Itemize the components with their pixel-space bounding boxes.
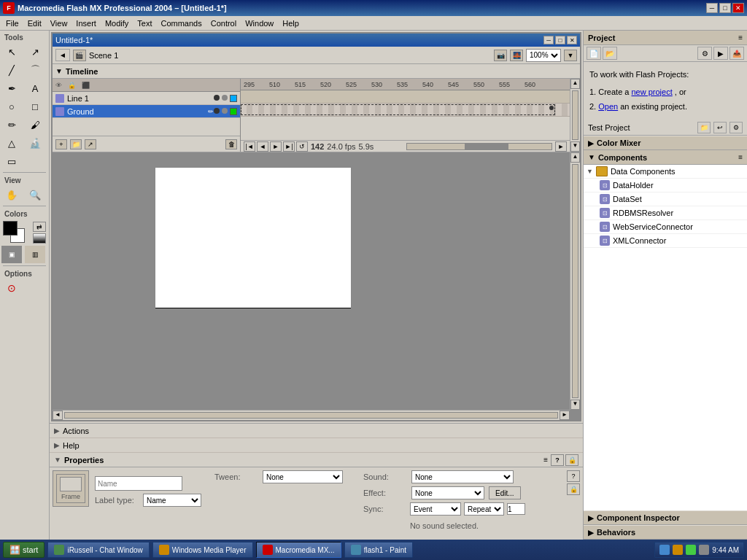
canvas-vscroll-down[interactable]: ▼ <box>570 400 580 410</box>
maximize-button[interactable]: □ <box>719 3 731 13</box>
open-project-link[interactable]: Open <box>598 102 618 111</box>
add-folder-btn[interactable]: 📁 <box>70 139 82 149</box>
canvas-vscroll-up[interactable]: ▲ <box>570 152 580 163</box>
taskbar-item-3[interactable]: flash1 - Paint <box>344 542 413 558</box>
add-layer-btn[interactable]: + <box>55 139 67 149</box>
arrow-tool[interactable]: ↖ <box>1 43 22 61</box>
prop-lock-btn[interactable]: 🔒 <box>565 454 578 466</box>
timeline-vscroll[interactable]: ▲ ▼ <box>570 79 580 152</box>
step-back-btn[interactable]: ◄ <box>257 141 268 152</box>
comp-rdbms[interactable]: ⊡ RDBMSResolver <box>584 206 747 220</box>
doc-minimize-btn[interactable]: ─ <box>543 36 554 44</box>
back-button[interactable]: ◄ <box>55 49 70 61</box>
line-tool[interactable]: ╱ <box>1 61 22 79</box>
pencil-tool[interactable]: ✏ <box>1 116 22 133</box>
repeat-count-input[interactable] <box>507 503 525 515</box>
test-proj-icon1[interactable]: 📁 <box>697 122 711 133</box>
zoom-select[interactable]: 100% 50% 25% 200% <box>526 49 561 62</box>
stroke-color-btn[interactable]: ▣ <box>1 246 22 263</box>
layer-ground-lock[interactable] <box>222 108 228 114</box>
comp-dataholder[interactable]: ⊡ DataHolder <box>584 179 747 192</box>
comp-webservice[interactable]: ⊡ WebServiceConnector <box>584 220 747 234</box>
edit-button[interactable]: Edit... <box>489 486 521 499</box>
canvas-hscroll-left[interactable]: ◄ <box>53 411 63 420</box>
doc-maximize-btn[interactable]: □ <box>555 36 565 44</box>
zoom-dropdown-btn[interactable]: ▼ <box>564 50 577 61</box>
play-btn[interactable]: ► <box>270 141 282 152</box>
eraser-tool[interactable]: ▭ <box>1 152 22 170</box>
timeline-header[interactable]: ▼ Timeline <box>53 64 580 79</box>
prop-info-btn[interactable]: ? <box>551 454 564 466</box>
menu-help[interactable]: Help <box>278 18 303 29</box>
color-mixer-header[interactable]: ▶ Color Mixer <box>584 136 747 150</box>
proj-settings-btn[interactable]: ⚙ <box>697 47 712 60</box>
pen-tool[interactable]: ✒ <box>1 79 22 97</box>
magnet-tool[interactable]: ⊙ <box>1 279 22 297</box>
loop-btn[interactable]: ↺ <box>296 141 308 152</box>
lasso-tool[interactable]: ⌒ <box>25 61 45 79</box>
menu-file[interactable]: File <box>1 18 23 29</box>
menu-text[interactable]: Text <box>133 18 156 29</box>
proj-test-btn[interactable]: ▶ <box>713 47 728 60</box>
taskbar-item-0[interactable]: iRussell - Chat Window <box>47 542 149 558</box>
default-colors-btn[interactable] <box>33 233 46 244</box>
hand-tool[interactable]: ✋ <box>1 186 22 203</box>
oval-tool[interactable]: ○ <box>1 98 22 115</box>
menu-control[interactable]: Control <box>206 18 241 29</box>
add-motion-guide-btn[interactable]: ↗ <box>85 139 96 149</box>
minimize-button[interactable]: ─ <box>706 3 718 13</box>
layer-ground-visible[interactable] <box>214 108 220 114</box>
canvas-hscroll-right[interactable]: ► <box>560 411 570 420</box>
actions-panel-row[interactable]: ▶ Actions <box>50 424 583 438</box>
timeline-hscroll[interactable] <box>406 143 552 150</box>
text-tool[interactable]: A <box>25 79 45 97</box>
layer-lock-dot[interactable] <box>222 95 228 101</box>
properties-options-btn[interactable]: ≡ <box>543 456 548 464</box>
effect-select[interactable]: None <box>411 486 484 499</box>
repeat-select[interactable]: Repeat <box>464 502 504 516</box>
fill-tool[interactable]: △ <box>1 134 22 152</box>
menu-window[interactable]: Window <box>241 18 278 29</box>
bridge-icon[interactable]: 🌉 <box>510 50 523 61</box>
snap-icon[interactable]: 📷 <box>494 50 507 61</box>
frame-name-input[interactable] <box>95 476 182 491</box>
fill-color-btn[interactable]: ▥ <box>25 246 45 263</box>
close-button[interactable]: ✕ <box>732 3 744 13</box>
proj-publish-btn[interactable]: 📤 <box>729 47 744 60</box>
proj-open-btn[interactable]: 📂 <box>603 47 617 60</box>
taskbar-item-1[interactable]: Windows Media Player <box>152 542 253 558</box>
rect-tool[interactable]: □ <box>25 98 45 115</box>
canvas-vscroll[interactable]: ▲ ▼ <box>570 152 580 410</box>
menu-commands[interactable]: Commands <box>156 18 206 29</box>
brush-tool[interactable]: 🖌 <box>25 116 45 133</box>
layer-line1[interactable]: Line 1 <box>53 92 240 105</box>
help-panel-row[interactable]: ▶ Help <box>50 438 583 453</box>
doc-close-btn[interactable]: ✕ <box>567 36 577 44</box>
project-options-btn[interactable]: ≡ <box>738 34 743 42</box>
zoom-tool[interactable]: 🔍 <box>25 186 45 203</box>
sync-select[interactable]: Event <box>410 502 461 516</box>
menu-modify[interactable]: Modify <box>101 18 133 29</box>
comp-xmlconnector[interactable]: ⊡ XMLConnector <box>584 234 747 248</box>
delete-layer-btn[interactable]: 🗑 <box>225 139 237 149</box>
components-options-btn[interactable]: ≡ <box>738 153 743 161</box>
menu-edit[interactable]: Edit <box>23 18 46 29</box>
vscroll-up-btn[interactable]: ▲ <box>570 79 580 89</box>
test-proj-icon2[interactable]: ↩ <box>713 122 727 133</box>
comp-dataset[interactable]: ⊡ DataSet <box>584 192 747 206</box>
label-type-select[interactable]: Name <box>143 494 201 507</box>
new-project-link[interactable]: new project <box>631 88 672 96</box>
subselect-tool[interactable]: ↗ <box>25 43 45 61</box>
tween-select[interactable]: None <box>263 470 343 483</box>
swap-colors-btn[interactable]: ⇄ <box>33 222 46 232</box>
comp-folder-data[interactable]: ▼ Data Components <box>584 165 747 179</box>
scroll-right-btn[interactable]: ► <box>555 141 567 152</box>
prop-lock2-btn[interactable]: 🔒 <box>567 483 580 495</box>
menu-view[interactable]: View <box>46 18 72 29</box>
test-proj-icon3[interactable]: ⚙ <box>729 122 743 133</box>
dropper-tool[interactable]: 🔬 <box>25 134 45 152</box>
menu-insert[interactable]: Insert <box>71 18 101 29</box>
sound-select[interactable]: None <box>411 470 514 483</box>
vscroll-down-btn[interactable]: ▼ <box>570 141 580 152</box>
go-to-start-btn[interactable]: |◄ <box>244 141 255 152</box>
